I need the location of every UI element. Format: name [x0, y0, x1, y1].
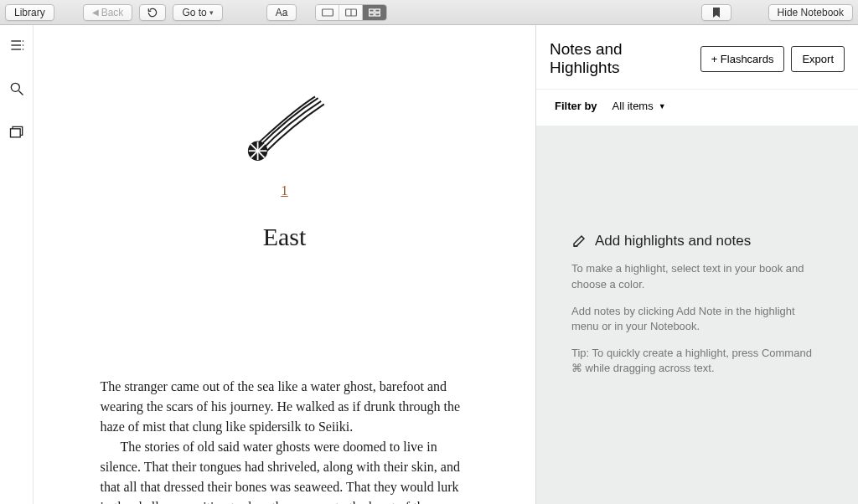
filter-label: Filter by	[555, 100, 597, 112]
notebook-empty-area: Add highlights and notes To make a highl…	[536, 126, 858, 504]
notebook-header: Notes and Highlights + Flashcards Export	[536, 25, 858, 90]
main: 1 East The stranger came out of the sea …	[0, 25, 858, 504]
toc-icon	[8, 37, 25, 54]
back-button[interactable]: ◀ Back	[83, 4, 133, 21]
bookmark-icon	[711, 7, 721, 18]
svg-rect-6	[375, 13, 380, 15]
filter-value: All items	[612, 100, 654, 112]
empty-heading: Add highlights and notes	[571, 233, 823, 249]
svg-point-13	[11, 83, 19, 91]
svg-rect-15	[10, 129, 20, 137]
cards-icon	[8, 124, 25, 141]
page: 1 East The stranger came out of the sea …	[50, 25, 519, 504]
chapter-ornament	[101, 92, 469, 167]
font-button[interactable]: Aa	[266, 4, 297, 21]
reload-button[interactable]	[139, 4, 166, 21]
paragraph: The stranger came out of the sea like a …	[101, 377, 469, 437]
goto-button[interactable]: Go to ▾	[173, 4, 222, 21]
svg-rect-5	[370, 13, 375, 15]
paragraph: The stories of old said water ghosts wer…	[101, 437, 469, 504]
view-two-column[interactable]	[339, 5, 363, 20]
library-button[interactable]: Library	[5, 4, 54, 21]
chapter-title: East	[101, 223, 469, 251]
toc-button[interactable]	[8, 37, 25, 57]
pencil-icon	[571, 234, 587, 249]
filter-dropdown[interactable]: All items ▼	[612, 100, 666, 112]
empty-heading-text: Add highlights and notes	[595, 233, 751, 249]
body-text: The stranger came out of the sea like a …	[101, 377, 469, 504]
flashcards-button[interactable]: + Flashcards	[700, 46, 785, 72]
svg-rect-4	[375, 9, 380, 12]
chevron-down-icon: ▼	[659, 102, 666, 111]
chapter-number: 1	[101, 183, 469, 199]
svg-point-8	[22, 40, 23, 42]
view-grid[interactable]	[363, 5, 386, 20]
comet-icon	[239, 92, 331, 167]
back-label: Back	[101, 7, 124, 18]
empty-text: To make a highlight, select text in your…	[571, 261, 823, 291]
export-button[interactable]: Export	[791, 46, 845, 72]
notebook-pane: Notes and Highlights + Flashcards Export…	[536, 25, 858, 504]
chevron-down-icon: ▾	[209, 8, 214, 17]
svg-line-14	[18, 91, 23, 95]
svg-point-12	[22, 49, 23, 50]
reload-icon	[147, 7, 158, 18]
cards-button[interactable]	[8, 124, 25, 144]
chevron-left-icon: ◀	[92, 8, 99, 17]
goto-label: Go to	[182, 7, 206, 18]
left-rail	[0, 25, 34, 504]
search-button[interactable]	[8, 80, 25, 100]
empty-text: Tip: To quickly create a highlight, pres…	[571, 346, 823, 376]
notebook-filter: Filter by All items ▼	[536, 90, 858, 126]
notebook-empty-state: Add highlights and notes To make a highl…	[571, 233, 823, 396]
toolbar: Library ◀ Back Go to ▾ Aa Hide Notebook	[0, 0, 858, 25]
view-single[interactable]	[316, 5, 339, 20]
empty-text: Add notes by clicking Add Note in the hi…	[571, 304, 823, 334]
bookmark-button[interactable]	[701, 4, 731, 21]
hide-notebook-button[interactable]: Hide Notebook	[768, 4, 853, 21]
view-mode-segment	[315, 4, 387, 21]
svg-rect-0	[323, 9, 333, 16]
notebook-title: Notes and Highlights	[550, 40, 694, 77]
svg-point-10	[22, 44, 23, 46]
reader-pane: 1 East The stranger came out of the sea …	[34, 25, 536, 504]
search-icon	[8, 80, 25, 97]
svg-rect-3	[370, 9, 375, 12]
